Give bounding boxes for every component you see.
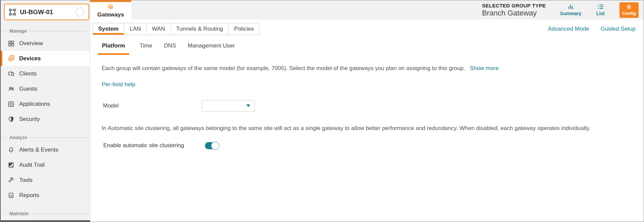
subtab-management-user[interactable]: Management User: [186, 42, 236, 55]
clustering-toggle[interactable]: [205, 142, 218, 149]
chevron-down-icon: [246, 104, 250, 107]
config-tabs: System LAN WAN Tunnels & Routing Policie…: [93, 23, 259, 35]
overview-grid-icon: [7, 40, 15, 47]
sidebar-item-label: Applications: [19, 101, 50, 107]
subtab-platform[interactable]: Platform: [98, 42, 129, 55]
sidebar-item-alerts-events[interactable]: Alerts & Events: [1, 142, 90, 157]
selected-group-type: SELECTED GROUP TYPE Branch Gateway: [482, 0, 546, 20]
sidebar-item-label: Alerts & Events: [19, 147, 58, 153]
group-icon: [9, 8, 16, 16]
sidebar-item-label: Reports: [19, 192, 39, 199]
system-subtabs: Platform Time DNS Management User: [98, 42, 644, 55]
gateway-cloud-icon: [107, 4, 115, 11]
security-shield-icon: [7, 116, 15, 123]
sidebar: UI-BGW-01 Manage Overview: [1, 0, 90, 222]
clients-icon: [7, 70, 15, 77]
sidebar-section-manage: Manage: [1, 27, 90, 35]
list-view-button[interactable]: List: [596, 0, 605, 20]
app-window: UI-BGW-01 Manage Overview: [0, 0, 644, 222]
selected-group-type-label: SELECTED GROUP TYPE: [482, 3, 546, 8]
sidebar-section-maintain: Maintain: [1, 210, 90, 218]
tab-gateways[interactable]: Gateways: [90, 0, 131, 20]
sidebar-item-label: Security: [19, 116, 40, 123]
tab-tunnels-routing[interactable]: Tunnels & Routing: [171, 23, 229, 35]
sidebar-item-guests[interactable]: Guests: [1, 81, 90, 96]
summary-view-button[interactable]: Summary: [560, 0, 581, 20]
sidebar-item-audit-trail[interactable]: Audit Trail: [1, 157, 90, 172]
topbar: Gateways SELECTED GROUP TYPE Branch Gate…: [90, 0, 644, 20]
advanced-mode-link[interactable]: Advanced Mode: [548, 26, 589, 32]
list-label: List: [596, 11, 605, 16]
tab-lan[interactable]: LAN: [124, 23, 146, 35]
tab-policies[interactable]: Policies: [229, 23, 259, 35]
summary-bars-icon: [567, 4, 574, 10]
sidebar-scrollbar[interactable]: [1, 220, 90, 222]
per-field-help-link[interactable]: Per-field help: [102, 81, 135, 88]
sidebar-item-reports[interactable]: Reports: [1, 188, 90, 203]
group-name: UI-BGW-01: [20, 8, 53, 16]
devices-icon: [7, 55, 15, 62]
audit-trail-icon: [7, 161, 15, 169]
sidebar-item-tools[interactable]: Tools: [1, 172, 90, 188]
subtab-dns[interactable]: DNS: [163, 42, 177, 55]
bell-icon: [7, 146, 15, 154]
sidebar-item-label: Devices: [19, 55, 41, 62]
clustering-help-text: In Automatic site clustering, all gatewa…: [102, 125, 636, 132]
sidebar-item-clients[interactable]: Clients: [1, 66, 90, 81]
config-gear-icon: [626, 4, 632, 10]
subtab-time[interactable]: Time: [138, 42, 153, 55]
report-chart-icon: [7, 192, 15, 199]
sidebar-item-overview[interactable]: Overview: [1, 36, 90, 51]
summary-label: Summary: [560, 11, 581, 16]
loading-spinner-icon: [75, 7, 84, 17]
wrench-icon: [7, 177, 15, 184]
sidebar-item-applications[interactable]: Applications: [1, 96, 90, 112]
sidebar-item-label: Guests: [19, 86, 37, 92]
main-content: System LAN WAN Tunnels & Routing Policie…: [91, 20, 644, 222]
sidebar-section-analyze: Analyze: [1, 133, 90, 141]
model-help-text: Each group will contain gateways of the …: [102, 65, 465, 71]
show-more-link[interactable]: Show more: [470, 65, 499, 71]
applications-icon: [7, 100, 15, 108]
clustering-toggle-label: Enable automatic site clustering: [103, 142, 205, 149]
sidebar-item-devices[interactable]: Devices: [1, 51, 90, 66]
group-selector[interactable]: UI-BGW-01: [4, 4, 89, 20]
model-field-label: Model: [103, 102, 202, 109]
config-button[interactable]: Config: [619, 2, 639, 18]
sidebar-item-security[interactable]: Security: [1, 112, 90, 127]
config-label: Config: [622, 11, 636, 16]
tab-wan[interactable]: WAN: [147, 23, 171, 35]
guided-setup-link[interactable]: Guided Setup: [601, 26, 636, 32]
selected-group-type-value: Branch Gateway: [482, 9, 546, 18]
sidebar-item-label: Audit Trail: [19, 162, 45, 168]
model-dropdown[interactable]: [202, 100, 255, 112]
context-tab-label: Gateways: [97, 11, 124, 18]
sidebar-item-label: Overview: [19, 40, 43, 47]
toggle-knob: [211, 141, 219, 150]
sidebar-item-label: Clients: [19, 70, 37, 77]
list-icon: [597, 4, 604, 10]
guests-icon: [7, 85, 15, 93]
tab-system[interactable]: System: [93, 23, 124, 35]
sidebar-item-label: Tools: [19, 177, 33, 184]
